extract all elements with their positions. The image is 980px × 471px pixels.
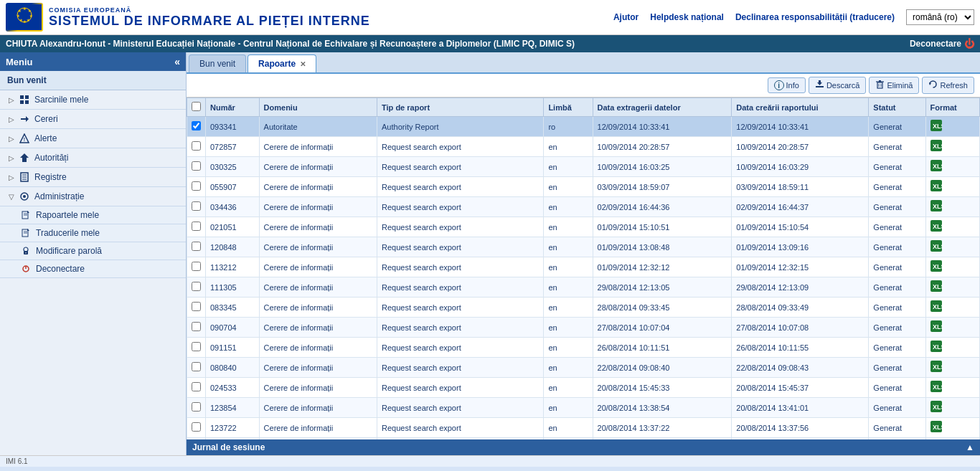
row-checkbox[interactable]: [192, 382, 201, 391]
row-checkbox[interactable]: [192, 422, 201, 432]
row-checkbox[interactable]: [192, 362, 201, 371]
row-checkbox[interactable]: [192, 342, 201, 351]
row-checkbox[interactable]: [192, 302, 201, 311]
row-format[interactable]: XLS: [925, 418, 980, 438]
row-data-extractie: 10/09/2014 16:03:25: [593, 157, 732, 177]
excel-icon[interactable]: XLS: [930, 142, 942, 153]
sidebar-collapse-button[interactable]: «: [174, 56, 180, 67]
excel-icon[interactable]: XLS: [930, 423, 942, 434]
row-format[interactable]: XLS: [925, 157, 980, 177]
sidebar-label-autoritati: Autorități: [34, 153, 68, 163]
row-checkbox-cell[interactable]: [187, 378, 206, 398]
row-checkbox[interactable]: [192, 282, 201, 291]
disclaimer-link[interactable]: Declinarea responsabilității (traducere): [735, 12, 895, 22]
row-checkbox-cell[interactable]: [187, 298, 206, 318]
excel-icon[interactable]: XLS: [930, 222, 942, 234]
row-format[interactable]: XLS: [925, 398, 980, 418]
excel-icon[interactable]: XLS: [930, 182, 942, 194]
row-format[interactable]: XLS: [925, 378, 980, 398]
row-format[interactable]: XLS: [925, 257, 980, 277]
table-row: 120848 Cerere de informații Request sear…: [187, 237, 980, 257]
row-format[interactable]: XLS: [925, 358, 980, 378]
row-tip: Request search export: [377, 398, 544, 418]
col-tip: Tip de raport: [377, 98, 544, 117]
excel-icon[interactable]: XLS: [930, 363, 942, 374]
row-checkbox[interactable]: [192, 121, 201, 130]
row-checkbox-cell[interactable]: [187, 177, 206, 197]
sidebar-item-deconectare[interactable]: Deconectare: [0, 260, 186, 278]
select-all-checkbox[interactable]: [192, 102, 201, 111]
descarca-button[interactable]: Descarcă: [809, 77, 866, 94]
excel-icon[interactable]: XLS: [930, 383, 942, 394]
row-format[interactable]: XLS: [925, 197, 980, 217]
sidebar-item-registre[interactable]: ▷ Registre: [0, 168, 186, 187]
row-format[interactable]: XLS: [925, 117, 980, 137]
excel-icon[interactable]: XLS: [930, 242, 942, 254]
row-checkbox-cell[interactable]: [187, 277, 206, 298]
excel-icon[interactable]: XLS: [930, 202, 942, 214]
row-checkbox[interactable]: [192, 402, 201, 411]
row-checkbox-cell[interactable]: [187, 418, 206, 438]
row-checkbox-cell[interactable]: [187, 197, 206, 217]
row-format[interactable]: XLS: [925, 318, 980, 338]
row-format[interactable]: XLS: [925, 237, 980, 257]
row-checkbox-cell[interactable]: [187, 157, 206, 177]
ajutor-link[interactable]: Ajutor: [613, 12, 639, 22]
cereri-icon: [19, 113, 30, 125]
row-checkbox[interactable]: [192, 181, 201, 191]
row-checkbox[interactable]: [192, 242, 201, 251]
bottom-bar: Jurnal de sesiune ▲: [187, 439, 980, 455]
svg-text:XLS: XLS: [933, 303, 942, 310]
row-checkbox-cell[interactable]: [187, 338, 206, 358]
row-checkbox-cell[interactable]: [187, 237, 206, 257]
sidebar-item-sarcinile-mele[interactable]: ▷ Sarcinile mele: [0, 90, 186, 110]
row-format[interactable]: XLS: [925, 298, 980, 318]
row-checkbox[interactable]: [192, 222, 201, 231]
excel-icon[interactable]: XLS: [930, 403, 942, 414]
excel-icon[interactable]: XLS: [930, 343, 942, 354]
row-checkbox[interactable]: [192, 262, 201, 271]
excel-icon[interactable]: XLS: [930, 303, 942, 314]
excel-icon[interactable]: XLS: [930, 323, 942, 334]
row-checkbox[interactable]: [192, 161, 201, 171]
row-checkbox-cell[interactable]: [187, 117, 206, 137]
disconnect-button[interactable]: Deconectare ⏻: [910, 38, 974, 49]
row-data-creare: 01/09/2014 15:10:54: [732, 217, 869, 237]
sidebar-item-cereri[interactable]: ▷ Cereri: [0, 110, 186, 129]
row-format[interactable]: XLS: [925, 277, 980, 298]
row-data-extractie: 12/09/2014 10:33:41: [593, 117, 732, 137]
elimina-button[interactable]: Elimină: [869, 77, 919, 94]
tab-rapoarte[interactable]: Rapoarte ✕: [248, 54, 316, 72]
sidebar-item-traducerile-mele[interactable]: Traducerile mele: [0, 224, 186, 242]
sidebar-item-rapoartele-mele[interactable]: Rapoartele mele: [0, 206, 186, 224]
refresh-button[interactable]: Refresh: [922, 77, 974, 94]
language-select[interactable]: română (ro) English (en): [906, 9, 974, 25]
row-checkbox-cell[interactable]: [187, 318, 206, 338]
row-format[interactable]: XLS: [925, 137, 980, 157]
helpdesk-link[interactable]: Helpdesk național: [650, 12, 724, 22]
row-checkbox-cell[interactable]: [187, 137, 206, 157]
sidebar-item-autoritati[interactable]: ▷ Autorități: [0, 148, 186, 168]
row-format[interactable]: XLS: [925, 177, 980, 197]
row-checkbox[interactable]: [192, 141, 201, 151]
sidebar-item-alerte[interactable]: ▷ ! Alerte: [0, 129, 186, 148]
sidebar-item-administratie[interactable]: ▽ Administrație: [0, 187, 186, 206]
excel-icon[interactable]: XLS: [930, 162, 942, 173]
row-checkbox-cell[interactable]: [187, 217, 206, 237]
row-checkbox[interactable]: [192, 322, 201, 331]
row-checkbox[interactable]: [192, 201, 201, 211]
tab-close-rapoarte[interactable]: ✕: [300, 60, 306, 68]
excel-icon[interactable]: XLS: [930, 282, 942, 294]
info-button[interactable]: i Info: [768, 77, 806, 93]
row-checkbox-cell[interactable]: [187, 358, 206, 378]
expand-session-log-button[interactable]: ▲: [966, 442, 974, 452]
sidebar-item-modificare-parola[interactable]: Modificare parolă: [0, 242, 186, 260]
tab-bun-venit[interactable]: Bun venit: [189, 54, 246, 72]
row-format[interactable]: XLS: [925, 338, 980, 358]
excel-icon[interactable]: XLS: [930, 262, 942, 274]
row-checkbox-cell[interactable]: [187, 257, 206, 277]
row-checkbox-cell[interactable]: [187, 398, 206, 418]
row-numar: 024533: [206, 378, 260, 398]
excel-icon[interactable]: XLS: [930, 122, 942, 133]
row-format[interactable]: XLS: [925, 217, 980, 237]
